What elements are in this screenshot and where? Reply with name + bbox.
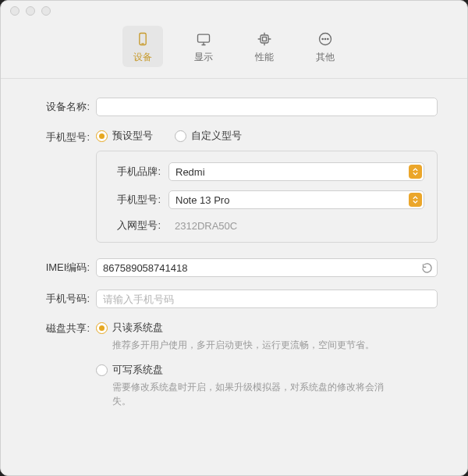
tab-performance-label: 性能 [255,51,274,64]
phone-number-input[interactable] [96,290,438,308]
imei-label: IMEI编码: [30,261,96,275]
disk-readonly-desc: 推荐多开用户使用，多开启动更快，运行更流畅，空间更节省。 [112,338,393,352]
cpu-icon [256,30,273,48]
disk-readonly-radio[interactable]: 只读系统盘 [96,321,163,335]
model-type-preset-radio[interactable]: 预设型号 [96,129,153,143]
svg-rect-5 [261,35,268,43]
brand-label: 手机品牌: [109,165,168,179]
disk-writable-desc: 需要修改系统盘时开启，如果升级模拟器，对系统盘的修改将会消失。 [112,380,393,408]
model-type-preset-label: 预设型号 [112,129,153,143]
radio-dot-icon [96,322,108,334]
disk-writable-radio[interactable]: 可写系统盘 [96,363,163,377]
refresh-icon[interactable] [420,261,433,274]
zoom-window-button[interactable] [41,6,51,16]
radio-dot-icon [96,130,108,142]
chevron-updown-icon [409,165,422,179]
model-type-custom-radio[interactable]: 自定义型号 [175,129,242,143]
tab-bar: 设备 显示 性能 其他 [1,21,467,79]
tab-device[interactable]: 设备 [122,26,163,67]
monitor-icon [195,30,212,48]
preferences-window: 设备 显示 性能 其他 设备名称: 手 [0,0,468,476]
net-model-value: 2312DRA50C [168,220,424,232]
chevron-updown-icon [409,193,422,207]
content-area: 设备名称: 手机型号: 预设型号 自定义型号 [1,79,467,447]
svg-point-12 [322,38,323,39]
device-name-input[interactable] [96,98,438,116]
radio-dot-icon [175,130,186,142]
phone-icon [134,30,151,48]
model-select-value: Note 13 Pro [176,194,229,206]
svg-point-13 [324,38,325,39]
svg-rect-6 [263,37,267,41]
tab-device-label: 设备 [133,51,152,64]
tab-performance[interactable]: 性能 [244,26,285,67]
svg-point-14 [328,38,328,39]
tab-display-label: 显示 [194,51,213,64]
tab-display[interactable]: 显示 [183,26,224,67]
disk-share-label: 磁盘共享: [30,321,96,336]
tab-other[interactable]: 其他 [305,26,346,67]
device-name-label: 设备名称: [30,100,96,114]
ellipsis-icon [317,30,334,48]
close-window-button[interactable] [10,6,20,16]
brand-select[interactable]: Redmi [168,162,424,181]
minimize-window-button[interactable] [26,6,35,16]
phone-number-label: 手机号码: [30,292,96,306]
tab-other-label: 其他 [316,51,335,64]
svg-rect-2 [198,34,210,42]
imei-input[interactable] [96,258,438,277]
radio-dot-icon [96,364,108,376]
model-select[interactable]: Note 13 Pro [168,190,424,209]
titlebar [1,1,467,21]
net-model-label: 入网型号: [109,218,168,233]
disk-writable-title: 可写系统盘 [112,363,163,377]
brand-select-value: Redmi [176,166,205,178]
preset-model-box: 手机品牌: Redmi 手机型号: Note 13 Pro [96,151,438,243]
model-type-custom-label: 自定义型号 [191,129,242,143]
phone-model-label: 手机型号: [30,129,96,144]
disk-readonly-title: 只读系统盘 [112,321,163,335]
model-label: 手机型号: [109,193,168,207]
